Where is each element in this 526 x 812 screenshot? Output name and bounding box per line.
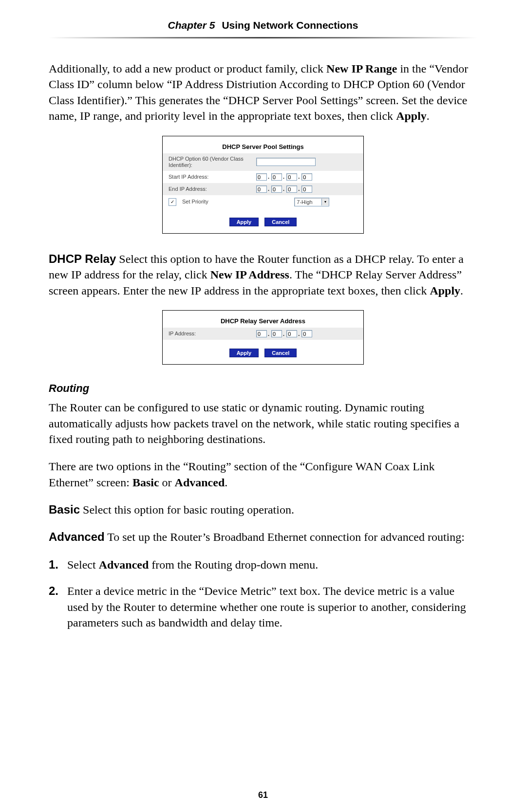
end-ip-oct-1[interactable]: 0 (256, 185, 267, 193)
cancel-button[interactable]: Cancel (264, 218, 297, 226)
step-number: 2. (49, 583, 67, 630)
heading-routing: Routing (49, 382, 477, 395)
label-ip-address: IP Address: (169, 331, 256, 337)
row-ip-address: IP Address: 0. 0. 0. 0 (163, 328, 363, 340)
apply-button[interactable]: Apply (229, 218, 259, 226)
paragraph-advanced: Advanced To set up the Router’s Broadban… (49, 529, 477, 545)
figure-dhcp-relay-address: DHCP Relay Server Address IP Address: 0.… (162, 310, 364, 365)
checkbox-set-priority[interactable]: ✓ (169, 198, 176, 206)
relay-ip-oct-3[interactable]: 0 (286, 330, 297, 337)
figure-buttons: Apply Cancel (163, 209, 363, 233)
relay-ip-oct-2[interactable]: 0 (271, 330, 282, 337)
figure-buttons: Apply Cancel (163, 340, 363, 364)
label-set-priority: Set Priority (182, 199, 208, 205)
paragraph-routing-1: The Router can be configured to use stat… (49, 400, 477, 447)
chapter-header: Chapter 5Using Network Connections (49, 19, 477, 37)
runin-dhcp-relay: DHCP Relay (49, 252, 116, 265)
start-ip-oct-2[interactable]: 0 (271, 173, 282, 181)
runin-basic: Basic (49, 503, 80, 516)
start-ip-oct-4[interactable]: 0 (301, 173, 312, 181)
row-end-ip: End IP Address: 0. 0. 0. 0 (163, 183, 363, 195)
page: Chapter 5Using Network Connections Addit… (0, 0, 526, 812)
start-ip-oct-3[interactable]: 0 (286, 173, 297, 181)
chapter-label: Chapter 5 (168, 19, 215, 31)
label-end-ip: End IP Address: (169, 186, 256, 192)
runin-advanced: Advanced (49, 530, 105, 543)
cancel-button[interactable]: Cancel (264, 349, 297, 357)
paragraph-basic: Basic Select this option for basic routi… (49, 502, 477, 517)
header-rule (49, 37, 477, 38)
page-number: 61 (0, 790, 526, 800)
chevron-down-icon: ▾ (321, 199, 329, 205)
paragraph-dhcp-relay: DHCP Relay Select this option to have th… (49, 251, 477, 298)
steps-list: 1. Select Advanced from the Routing drop… (49, 557, 477, 631)
step-text: Enter a device metric in the “Device Met… (67, 583, 477, 630)
apply-button[interactable]: Apply (229, 349, 259, 357)
select-priority[interactable]: 7-High ▾ (294, 198, 329, 206)
row-set-priority: ✓ Set Priority 7-High ▾ (163, 195, 363, 209)
label-start-ip: Start IP Address: (169, 174, 256, 180)
input-vendor-class[interactable] (256, 158, 316, 166)
start-ip-oct-1[interactable]: 0 (256, 173, 267, 181)
step-text: Select Advanced from the Routing drop-do… (67, 557, 318, 572)
label-vendor-class: DHCP Option 60 (Vendor Class Identifier)… (169, 156, 256, 168)
row-vendor-class: DHCP Option 60 (Vendor Class Identifier)… (163, 153, 363, 171)
end-ip-oct-4[interactable]: 0 (301, 185, 312, 193)
row-start-ip: Start IP Address: 0. 0. 0. 0 (163, 171, 363, 183)
figure-title: DHCP Server Pool Settings (163, 136, 363, 153)
step-1: 1. Select Advanced from the Routing drop… (49, 557, 477, 572)
relay-ip-oct-1[interactable]: 0 (256, 330, 267, 337)
paragraph-routing-2: There are two options in the “Routing” s… (49, 459, 477, 490)
relay-ip-oct-4[interactable]: 0 (301, 330, 312, 337)
chapter-title: Using Network Connections (222, 19, 358, 31)
end-ip-oct-2[interactable]: 0 (271, 185, 282, 193)
figure-dhcp-server-pool: DHCP Server Pool Settings DHCP Option 60… (162, 136, 364, 234)
figure-title: DHCP Relay Server Address (163, 311, 363, 328)
step-2: 2. Enter a device metric in the “Device … (49, 583, 477, 630)
paragraph-intro: Additionally, to add a new product or pr… (49, 61, 477, 124)
end-ip-oct-3[interactable]: 0 (286, 185, 297, 193)
step-number: 1. (49, 557, 67, 572)
